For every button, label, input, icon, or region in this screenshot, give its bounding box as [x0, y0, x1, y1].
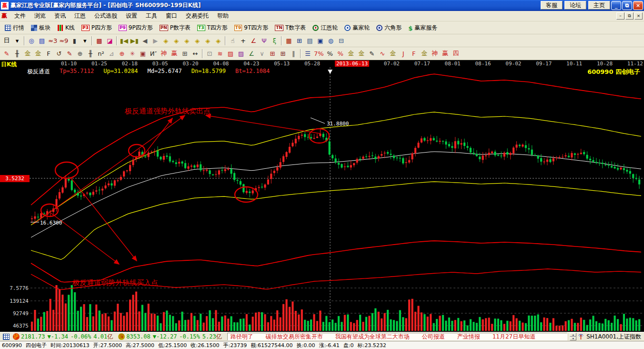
tool-赢家服务[interactable]: $赢家服务	[405, 23, 441, 33]
percent-strike-tool[interactable]: 7%	[313, 49, 325, 59]
mdi-minimize-button[interactable]: –	[616, 12, 624, 20]
gold-line-tool[interactable]: 金	[356, 49, 367, 59]
kline-chart-canvas[interactable]: 31.880016.6300极反通道强势外轨线卖出点极反通道弱势外轨线买入点7.…	[0, 60, 644, 332]
tool-赢家轮[interactable]: 赢家轮	[341, 23, 373, 33]
candle-style-dropdown[interactable]: ▾	[80, 36, 90, 46]
news-item[interactable]: 产业情报	[457, 333, 480, 340]
red-pencil-tool[interactable]: ✎	[64, 49, 75, 59]
tool-P数字表[interactable]: PNP数字表	[156, 23, 194, 33]
menu-item-帮助[interactable]: 帮助	[213, 11, 233, 21]
angle-line-tool[interactable]: ∠	[248, 36, 259, 46]
titlebar-button-客服[interactable]: 客服	[541, 1, 563, 10]
menu-item-公式选股[interactable]: 公式选股	[90, 11, 121, 21]
time-circle-tool[interactable]: ⊕	[75, 49, 85, 59]
ruler-grid-tool[interactable]: ⊞	[180, 49, 190, 59]
last-bar-button[interactable]: ▶▮	[129, 36, 140, 46]
gold-underline-tool[interactable]: 金	[388, 49, 398, 59]
menu-item-资讯[interactable]: 资讯	[50, 11, 70, 21]
news-item[interactable]: 我国有望成为全球第二大市场	[335, 333, 410, 340]
square-number-tool[interactable]: n²	[96, 49, 106, 59]
web-button[interactable]: ◍	[325, 36, 336, 46]
red-grid-tool[interactable]: ⊞	[267, 49, 278, 59]
wave-3-tool[interactable]: ≈3	[47, 36, 58, 46]
menu-item-窗口[interactable]: 窗口	[161, 11, 181, 21]
parallel-lines-tool[interactable]: ∥	[288, 49, 299, 59]
crosshair-tool[interactable]: +	[238, 36, 248, 46]
mdi-restore-button[interactable]: ⧉	[625, 12, 634, 20]
wave-9-tool[interactable]: ≈9	[58, 36, 69, 46]
news-item[interactable]: 路径明了	[231, 333, 253, 340]
fan-grid-tool[interactable]: ▨	[225, 49, 236, 59]
prev-bar-button[interactable]: ◀	[140, 36, 150, 46]
j-angle-tool[interactable]: J	[398, 49, 409, 59]
gann-diamond-grid[interactable]: ◈	[213, 36, 223, 46]
levels-tool[interactable]: ☰	[302, 49, 313, 59]
hand-tool[interactable]: ☝	[227, 36, 238, 46]
wave-channel-tool[interactable]: ∿	[377, 49, 388, 59]
titlebar-button-论坛[interactable]: 论坛	[564, 1, 586, 10]
gold-grid-tool[interactable]: 金	[22, 49, 33, 59]
gann-diamond-left[interactable]: ◈	[161, 36, 171, 46]
f-angle-tool[interactable]: F	[409, 49, 419, 59]
period-day-button[interactable]: 日	[1, 36, 12, 46]
starburst-tool[interactable]: ✳	[127, 49, 138, 59]
gann-shape-tool[interactable]: Ψ	[259, 36, 269, 46]
calculator-button[interactable]: ⊞	[294, 36, 304, 46]
shen-angle-tool[interactable]: 神	[430, 49, 440, 59]
box-select-tool[interactable]: ⊡	[204, 49, 215, 59]
gold-grid2-tool[interactable]: 金	[33, 49, 43, 59]
win-angle-tool[interactable]: 赢	[440, 49, 451, 59]
info-board-button[interactable]: ▤	[37, 36, 47, 46]
print-button[interactable]: ⊟	[336, 36, 346, 46]
tool-六角形[interactable]: 六角形	[373, 23, 405, 33]
notes-button[interactable]: ▤	[304, 36, 315, 46]
comb-grid-tool[interactable]: ╫	[12, 49, 22, 59]
comb2-tool[interactable]: ╫	[85, 49, 96, 59]
purple-grid-tool[interactable]: ▨	[236, 49, 246, 59]
tool-T四方形[interactable]: T3T四方形	[194, 23, 231, 33]
red-grid2-tool[interactable]: ⊞	[278, 49, 288, 59]
si-angle-tool[interactable]: 四	[451, 49, 461, 59]
tool-板块[interactable]: 板块	[28, 23, 54, 33]
restore-button[interactable]: ⧉	[622, 1, 632, 10]
green-angle-tool[interactable]: ∠	[246, 49, 257, 59]
tool-江恩轮[interactable]: 江恩轮	[309, 23, 341, 33]
gold-angle-tool[interactable]: 金	[419, 49, 430, 59]
next-bar-button[interactable]: ▶	[150, 36, 161, 46]
current-index-label[interactable]: SH1A0001,上证指数	[586, 333, 641, 341]
tool-K线[interactable]: K线	[54, 23, 78, 33]
chart-area[interactable]: 31.880016.6300极反通道强势外轨线卖出点极反通道弱势外轨线买入点7.…	[0, 60, 644, 332]
first-bar-button[interactable]: ▮◀	[119, 36, 129, 46]
pencil-measure-tool[interactable]: ✎	[367, 49, 377, 59]
tool-行情[interactable]: 行情	[1, 23, 28, 33]
pencil-tool[interactable]: ✎	[1, 49, 12, 59]
menu-item-浏览[interactable]: 浏览	[30, 11, 50, 21]
menu-item-江恩[interactable]: 江恩	[70, 11, 90, 21]
menu-item-文件[interactable]: 文件	[10, 11, 30, 21]
percent-line-tool[interactable]: %	[335, 49, 346, 59]
minimize-button[interactable]: _	[611, 1, 621, 10]
measure-tool[interactable]: ↔	[190, 49, 201, 59]
close-button[interactable]: ×	[633, 1, 643, 10]
tool-T数字表[interactable]: TNT数字表	[272, 23, 309, 33]
ticker-scroll-down-button[interactable]: ▾	[570, 337, 576, 340]
period-dropdown[interactable]: ▾	[12, 36, 22, 46]
volume-profile-button[interactable]: ◪	[104, 36, 115, 46]
menu-item-工具[interactable]: 工具	[141, 11, 161, 21]
candle-style-tool[interactable]: ▮	[69, 36, 80, 46]
news-item[interactable]: 11月27日早知道	[493, 333, 536, 340]
n-wave-tool[interactable]: И″	[148, 49, 159, 59]
gann-diamond-h[interactable]: ◈	[181, 36, 192, 46]
gold-circle-tool[interactable]: 金	[346, 49, 356, 59]
ellipse-marker-tool[interactable]: ◎	[26, 36, 37, 46]
fractal-tool[interactable]: ξ	[269, 36, 280, 46]
gann-diamond-right[interactable]: ◈	[171, 36, 181, 46]
tool-9P四方形[interactable]: P99P四方形	[115, 23, 156, 33]
news-ticker[interactable]: 路径明了碳排放交易所密集开市我国有望成为全球第二大市场公司报道产业情报11月27…	[227, 333, 568, 340]
ticker-scroll-up-button[interactable]: ▴	[570, 333, 576, 337]
spiral-tool[interactable]: ↺	[54, 49, 64, 59]
tool-P四方形[interactable]: P3P四方形	[78, 23, 115, 33]
fan-lines-tool[interactable]: ≋	[215, 49, 225, 59]
gann-diamond-star[interactable]: ◈	[202, 36, 213, 46]
percent-tool[interactable]: %	[325, 49, 335, 59]
